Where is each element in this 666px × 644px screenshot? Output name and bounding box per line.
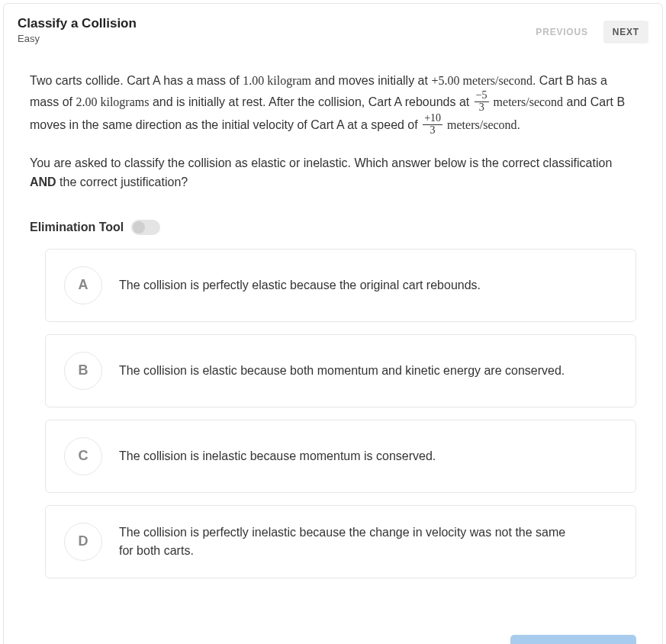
elimination-tool-row: Elimination Tool (30, 220, 636, 235)
mass-b-value: 2.00 kilograms (76, 95, 149, 108)
card-header: Classify a Collision Easy PREVIOUS NEXT (4, 4, 662, 63)
previous-button[interactable]: PREVIOUS (526, 21, 597, 43)
answer-option-d[interactable]: D The collision is perfectly inelastic b… (45, 505, 636, 578)
text-segment: and is initially at rest. After the coll… (149, 95, 472, 108)
text-segment: . (517, 119, 520, 132)
question-prompt: You are asked to classify the collision … (30, 153, 636, 192)
emphasis-and: AND (30, 175, 56, 188)
answer-option-b[interactable]: B The collision is elastic because both … (45, 334, 636, 407)
velocity-a-initial: +5.00 meters/second (431, 74, 532, 87)
unit-label: meters/second (491, 95, 564, 108)
option-text: The collision is inelastic because momen… (119, 447, 436, 465)
option-text: The collision is perfectly elastic becau… (119, 276, 481, 295)
card-footer: SUBMIT ANSWER (4, 601, 662, 644)
difficulty-label: Easy (18, 33, 137, 44)
text-segment: and moves initially at (311, 74, 431, 87)
option-letter: C (64, 437, 102, 475)
fraction-numerator: −5 (475, 90, 489, 102)
submit-answer-button[interactable]: SUBMIT ANSWER (510, 635, 636, 644)
velocity-a-final-fraction: −53 (475, 90, 489, 113)
text-segment: Two carts collide. Cart A has a mass of (30, 74, 243, 87)
mass-a-value: 1.00 kilogram (243, 74, 311, 87)
question-card: Classify a Collision Easy PREVIOUS NEXT … (3, 3, 663, 644)
question-title: Classify a Collision (18, 16, 137, 31)
header-nav: PREVIOUS NEXT (526, 21, 648, 43)
answer-option-c[interactable]: C The collision is inelastic because mom… (45, 420, 636, 493)
answer-options: A The collision is perfectly elastic bec… (30, 249, 636, 578)
fraction-denominator: 3 (423, 125, 442, 137)
option-letter: B (64, 352, 102, 390)
text-segment: the correct justification? (56, 175, 188, 188)
elimination-toggle[interactable] (131, 220, 160, 235)
next-button[interactable]: NEXT (603, 21, 648, 43)
velocity-b-final-fraction: +103 (423, 113, 442, 136)
fraction-numerator: +10 (423, 113, 442, 125)
option-letter: D (64, 523, 102, 561)
option-text: The collision is elastic because both mo… (119, 362, 565, 380)
text-segment: You are asked to classify the collision … (30, 156, 612, 169)
fraction-denominator: 3 (475, 102, 489, 114)
option-text: The collision is perfectly inelastic bec… (119, 523, 569, 560)
problem-statement: Two carts collide. Cart A has a mass of … (30, 70, 636, 138)
header-title-block: Classify a Collision Easy (18, 16, 137, 44)
option-letter: A (64, 266, 102, 304)
toggle-knob (133, 221, 145, 233)
card-body: Two carts collide. Cart A has a mass of … (4, 63, 662, 601)
unit-label: meters/second (444, 119, 517, 132)
elimination-tool-label: Elimination Tool (30, 221, 124, 234)
answer-option-a[interactable]: A The collision is perfectly elastic bec… (45, 249, 636, 322)
